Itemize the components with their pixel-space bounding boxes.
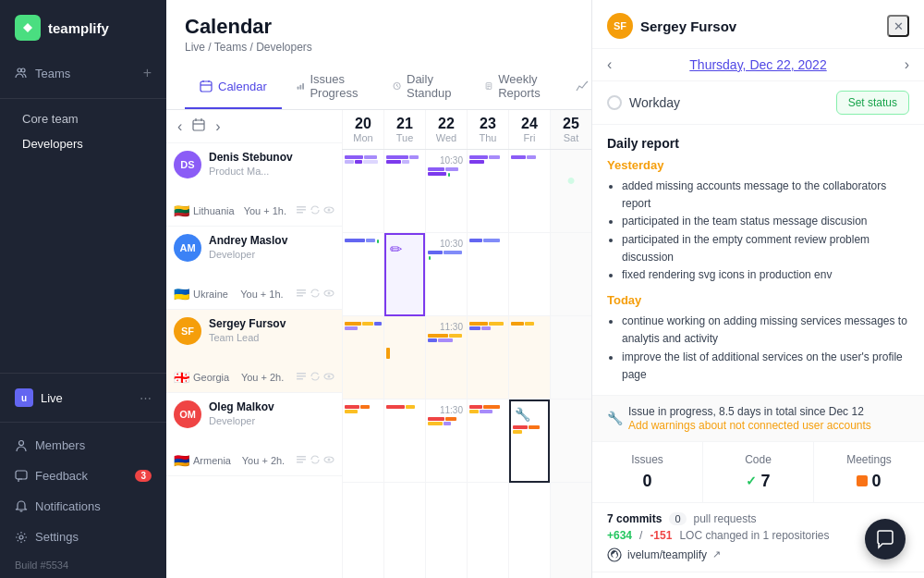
svg-point-2 bbox=[19, 440, 24, 445]
sidebar-item-members[interactable]: Members bbox=[0, 430, 166, 461]
external-icon: ↗ bbox=[712, 548, 721, 560]
sidebar-env: u Live ⋯ bbox=[0, 381, 166, 414]
stat-issues-value: 0 bbox=[600, 472, 695, 491]
member-name-oleg: Oleg Malkov bbox=[209, 400, 274, 415]
member-row-andrey: AM Andrey Maslov Developer 🇺🇦 Ukraine Yo… bbox=[166, 227, 342, 310]
grid-col-24: 🔧 bbox=[508, 150, 550, 578]
svg-rect-17 bbox=[297, 289, 306, 291]
col-day-name-22: Wed bbox=[430, 132, 463, 143]
repo-name: ivelum/teamplify bbox=[627, 548, 707, 561]
country-name-oleg: Armenia bbox=[193, 455, 231, 466]
yesterday-item-1: added missing accounts message to the co… bbox=[622, 178, 909, 213]
loc-row: +634 / -151 LOC changed in 1 repositorie… bbox=[607, 529, 909, 542]
cell-22-denis[interactable]: 10:30 bbox=[426, 150, 467, 233]
issue-link[interactable]: Add warnings about not connected user ac… bbox=[628, 419, 871, 432]
cell-20-oleg[interactable] bbox=[343, 400, 383, 483]
cell-21-sergey[interactable] bbox=[384, 316, 425, 400]
member-meta-oleg: 🇦🇲 Armenia You + 2h. bbox=[174, 451, 334, 468]
sidebar-item-core-team[interactable]: Core team bbox=[0, 106, 166, 131]
app-name: teamplify bbox=[48, 20, 109, 36]
yesterday-item-4: fixed rendering svg icons in production … bbox=[622, 266, 909, 284]
svg-point-4 bbox=[19, 535, 23, 539]
calendar-tab-icon bbox=[200, 80, 213, 92]
set-status-button[interactable]: Set status bbox=[836, 91, 909, 115]
yesterday-item-2: participated in the team status message … bbox=[622, 213, 909, 230]
cell-20-sergey[interactable] bbox=[343, 316, 383, 400]
cell-23-sergey[interactable] bbox=[468, 316, 508, 400]
svg-rect-7 bbox=[299, 85, 301, 90]
panel-date[interactable]: Thursday, Dec 22, 2022 bbox=[689, 57, 826, 72]
cell-24-sergey[interactable] bbox=[509, 316, 550, 400]
member-country-oleg: 🇦🇲 Armenia bbox=[174, 453, 231, 468]
member-icons-sergey bbox=[296, 371, 334, 382]
cell-23-andrey[interactable] bbox=[468, 233, 508, 316]
tab-standup-label: Daily Standup bbox=[407, 72, 456, 100]
stat-issues: Issues 0 bbox=[592, 442, 702, 502]
cell-22-andrey[interactable]: 10:30 bbox=[426, 233, 467, 316]
svg-rect-24 bbox=[297, 378, 303, 380]
tab-calendar[interactable]: Calendar bbox=[185, 65, 282, 109]
sidebar-item-feedback[interactable]: Feedback 3 bbox=[0, 461, 166, 491]
sidebar-item-teams[interactable]: Teams + bbox=[0, 55, 166, 91]
main-area: Calendar Live / Teams / Developers Calen… bbox=[166, 0, 591, 578]
cell-21-oleg[interactable] bbox=[384, 400, 425, 483]
member-meta-sergey: 🇬🇪 Georgia You + 2h. bbox=[174, 368, 334, 385]
sidebar-spacer bbox=[0, 156, 166, 365]
time-22-oleg: 11:30 bbox=[428, 403, 465, 415]
tab-daily-standup[interactable]: Daily Standup bbox=[378, 65, 470, 109]
member-role-denis: Product Ma... bbox=[209, 166, 293, 177]
today-item-2: improve the list of additional services … bbox=[622, 349, 909, 384]
cell-23-oleg[interactable] bbox=[468, 400, 508, 483]
standup-tab-icon bbox=[393, 80, 401, 92]
issue-progress-row: 🔧 Issue in progress, 8.5 days in total s… bbox=[592, 396, 924, 442]
tab-trends[interactable] bbox=[561, 65, 591, 109]
cell-20-denis[interactable] bbox=[343, 150, 383, 233]
add-team-icon[interactable]: + bbox=[143, 65, 152, 81]
member-info-andrey: AM Andrey Maslov Developer bbox=[174, 234, 334, 262]
prev-week-button[interactable]: ‹ bbox=[174, 117, 186, 137]
sidebar-item-developers[interactable]: Developers bbox=[0, 131, 166, 156]
meetings-orange-dot bbox=[857, 475, 868, 486]
sidebar-item-notifications[interactable]: Notifications bbox=[0, 491, 166, 522]
cell-21-andrey-selected[interactable]: ✏ bbox=[384, 233, 425, 316]
today-button[interactable] bbox=[189, 116, 208, 137]
svg-point-21 bbox=[327, 292, 330, 295]
cell-20-andrey[interactable] bbox=[343, 233, 383, 316]
cell-24-oleg-active[interactable]: 🔧 bbox=[509, 400, 550, 483]
cell-25-denis: ● bbox=[551, 150, 591, 233]
row-headers: ‹ › DS Denis Stebunov Product Ma... bbox=[166, 110, 342, 578]
issue-progress-content: Issue in progress, 8.5 days in total sin… bbox=[628, 405, 871, 432]
grid-col-21: ✏ bbox=[383, 150, 425, 578]
country-name-denis: Lithuania bbox=[193, 205, 235, 216]
member-time-denis: You + 1h. bbox=[244, 205, 286, 216]
reports-tab-icon bbox=[485, 80, 492, 92]
member-details-denis: Denis Stebunov Product Ma... bbox=[209, 151, 293, 177]
member-meta-denis: 🇱🇹 Lithuania You + 1h. bbox=[174, 202, 334, 218]
env-menu-icon[interactable]: ⋯ bbox=[140, 391, 152, 405]
col-header-22: 22 Wed bbox=[425, 110, 467, 149]
feedback-icon bbox=[15, 470, 28, 483]
tab-issues-progress[interactable]: Issues Progress bbox=[282, 65, 378, 109]
next-week-button[interactable]: › bbox=[212, 117, 224, 137]
panel-close-button[interactable]: ✕ bbox=[887, 15, 909, 37]
workday-circle bbox=[607, 95, 622, 110]
cell-23-denis[interactable] bbox=[468, 150, 508, 233]
weekend-dot-denis: ● bbox=[553, 172, 590, 189]
sidebar-item-settings[interactable]: Settings bbox=[0, 522, 166, 552]
next-date-button[interactable]: › bbox=[905, 56, 909, 73]
cell-24-denis[interactable] bbox=[509, 150, 550, 233]
chat-fab-icon bbox=[875, 529, 895, 549]
cell-22-sergey[interactable]: 11:30 bbox=[426, 316, 467, 400]
prev-date-button[interactable]: ‹ bbox=[607, 56, 612, 73]
col-day-num-21: 21 bbox=[388, 116, 421, 132]
feedback-badge: 3 bbox=[135, 470, 152, 482]
cell-21-denis[interactable] bbox=[384, 150, 425, 233]
cell-25-sergey bbox=[551, 316, 591, 400]
country-name-andrey: Ukraine bbox=[193, 289, 228, 300]
repo-link[interactable]: ivelum/teamplify ↗ bbox=[607, 547, 909, 562]
member-role-andrey: Developer bbox=[209, 249, 287, 260]
chat-fab-button[interactable] bbox=[865, 519, 906, 560]
tab-weekly-reports[interactable]: Weekly Reports bbox=[470, 65, 561, 109]
cell-24-andrey[interactable] bbox=[509, 233, 550, 316]
cell-22-oleg[interactable]: 11:30 bbox=[426, 400, 467, 483]
